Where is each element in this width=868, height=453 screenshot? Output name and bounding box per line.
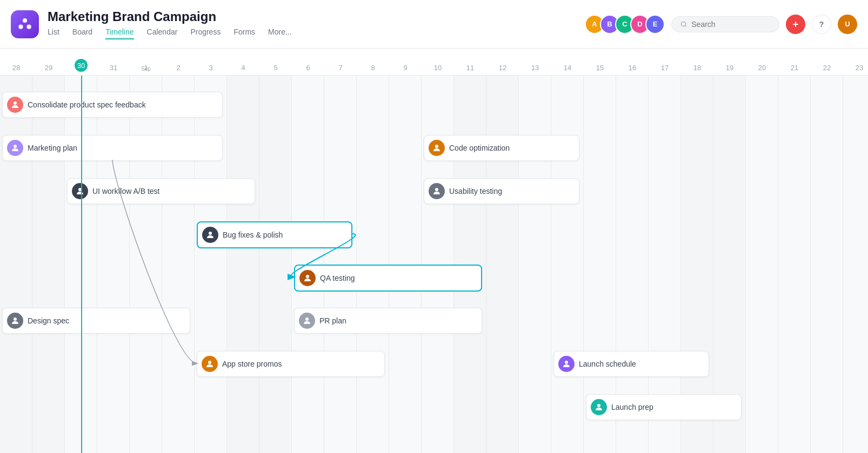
grid-area: Consolidate product spec feedback Market… [0, 76, 868, 453]
date-cell-3: 3 [195, 64, 227, 72]
grid-col-25 [811, 76, 843, 453]
svg-point-2 [27, 24, 31, 29]
task-card-t10[interactable]: App store promos [197, 351, 385, 377]
task-avatar-t12 [591, 399, 607, 415]
grid-col-24 [778, 76, 811, 453]
timeline-container: 28293031Sep12345678910111213141516171819… [0, 49, 868, 453]
task-card-t11[interactable]: Launch schedule [553, 351, 709, 377]
header: Marketing Brand Campaign ListBoardTimeli… [0, 0, 868, 49]
task-label-t11: Launch schedule [579, 360, 636, 368]
task-card-t4[interactable]: Bug fixes & polish [197, 221, 352, 248]
svg-point-13 [435, 188, 438, 191]
svg-point-12 [435, 145, 438, 148]
app-logo[interactable] [11, 10, 39, 38]
task-label-t7: Usability testing [449, 187, 502, 195]
help-label: ? [819, 20, 824, 29]
grid-col-7 [227, 76, 259, 453]
task-avatar-t7 [429, 183, 445, 199]
nav-tab-more[interactable]: More... [268, 28, 292, 39]
svg-point-11 [306, 275, 309, 278]
task-card-t8[interactable]: Design spec [2, 308, 190, 334]
nav-tab-timeline[interactable]: Timeline [105, 28, 133, 39]
task-avatar-t5 [299, 270, 316, 286]
grid-col-5 [162, 76, 195, 453]
svg-point-0 [23, 18, 27, 22]
search-input[interactable] [691, 20, 770, 29]
task-card-t7[interactable]: Usability testing [424, 178, 579, 204]
task-card-t1[interactable]: Consolidate product spec feedback [2, 92, 223, 118]
task-label-t4: Bug fixes & polish [223, 231, 283, 239]
svg-point-15 [305, 317, 309, 321]
task-avatar-t6 [429, 140, 445, 156]
svg-point-18 [597, 404, 600, 407]
task-avatar-t1 [7, 97, 23, 113]
svg-line-4 [685, 25, 686, 26]
date-cell-15: 15 [584, 64, 616, 72]
task-label-t9: PR plan [319, 316, 346, 325]
task-card-t9[interactable]: PR plan [294, 308, 482, 334]
header-center: Marketing Brand Campaign ListBoardTimeli… [48, 9, 576, 39]
task-label-t5: QA testing [320, 274, 355, 282]
date-cell-10: 10 [422, 64, 454, 72]
date-cell-18: 18 [681, 64, 713, 72]
nav-tab-list[interactable]: List [48, 28, 59, 39]
search-bar[interactable] [671, 16, 779, 32]
asana-icon [17, 17, 32, 32]
date-cell-20: 20 [746, 64, 778, 72]
date-cell-29: 29 [32, 64, 65, 72]
date-cell-8: 8 [357, 64, 389, 72]
add-button[interactable] [786, 15, 805, 34]
nav-tabs: ListBoardTimelineCalendarProgressFormsMo… [48, 28, 576, 39]
task-card-t12[interactable]: Launch prep [586, 394, 742, 420]
search-icon [680, 21, 687, 28]
grid-col-17 [551, 76, 584, 453]
date-cell-6: 6 [292, 64, 324, 72]
svg-point-14 [14, 317, 17, 321]
task-label-t10: App store promos [222, 360, 282, 368]
task-card-t5[interactable]: QA testing [294, 265, 482, 292]
date-cell-31: 31 [97, 64, 130, 72]
grid-col-1 [32, 76, 65, 453]
task-card-t2[interactable]: Marketing plan [2, 135, 223, 161]
date-cell-4: 4 [227, 64, 259, 72]
task-label-t2: Marketing plan [28, 144, 77, 152]
svg-point-10 [209, 232, 212, 235]
task-label-t1: Consolidate product spec feedback [28, 100, 146, 109]
date-cell-16: 16 [616, 64, 649, 72]
project-title: Marketing Brand Campaign [48, 9, 576, 24]
grid-col-0 [0, 76, 32, 453]
date-cell-30: 30 [65, 59, 97, 72]
grid-col-3 [97, 76, 130, 453]
task-card-t6[interactable]: Code optimization [424, 135, 579, 161]
nav-tab-calendar[interactable]: Calendar [147, 28, 178, 39]
user-avatar[interactable]: U [838, 15, 857, 34]
svg-point-16 [208, 361, 211, 364]
grid-col-8 [259, 76, 292, 453]
nav-tab-progress[interactable]: Progress [190, 28, 221, 39]
grid-col-6 [195, 76, 227, 453]
date-cell-5: 5 [259, 64, 292, 72]
task-label-t12: Launch prep [611, 403, 653, 411]
nav-tab-board[interactable]: Board [72, 28, 92, 39]
date-cell-2: 2 [162, 64, 195, 72]
task-avatar-t11 [558, 356, 575, 372]
svg-point-17 [565, 361, 568, 364]
date-cell-12: 12 [486, 64, 519, 72]
date-cell-22: 22 [811, 64, 843, 72]
nav-tab-forms[interactable]: Forms [233, 28, 255, 39]
task-avatar-t3 [72, 183, 88, 199]
task-avatar-t10 [202, 356, 218, 372]
svg-point-3 [682, 22, 686, 26]
team-avatar-4[interactable]: E [645, 15, 665, 34]
date-cell-14: 14 [551, 64, 584, 72]
plus-icon [791, 20, 800, 29]
svg-point-8 [14, 145, 17, 148]
task-card-t3[interactable]: UI workflow A/B test [67, 178, 255, 204]
svg-point-1 [18, 24, 23, 29]
header-right: ABCDE ? U [585, 15, 857, 34]
date-cell-19: 19 [713, 64, 746, 72]
date-cell-13: 13 [519, 64, 551, 72]
help-button[interactable]: ? [812, 15, 831, 34]
date-cell-23: 23 [843, 64, 868, 72]
date-cell-9: 9 [389, 64, 422, 72]
